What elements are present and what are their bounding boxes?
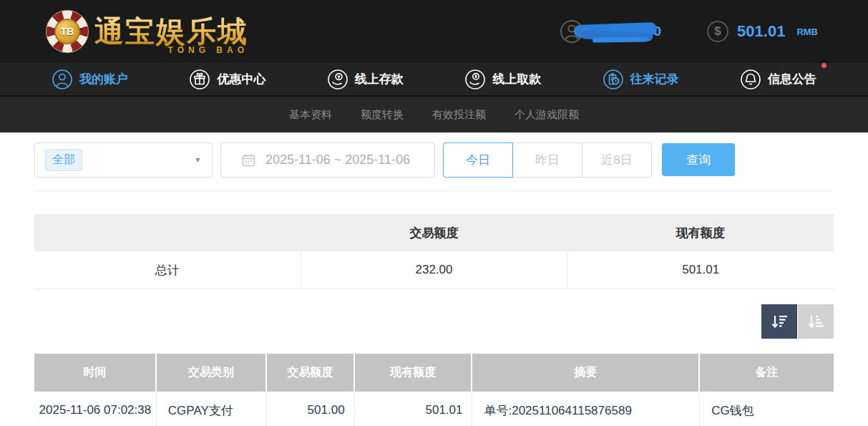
withdraw-icon [464,69,486,90]
section-divider [34,190,834,191]
nav-item-records[interactable]: 往来记录 [603,69,679,90]
nav-item-promotions[interactable]: 优惠中心 [189,69,265,90]
subnav-item-basic-info[interactable]: 基本资料 [289,108,332,122]
deposit-icon [327,69,348,90]
nav-label: 优惠中心 [217,71,265,87]
nav-item-my-account[interactable]: 我的账户 [52,69,128,90]
table-row: 2025-11-06 07:02:38 CGPAY支付 501.00 501.0… [34,392,834,426]
notification-dot [821,63,826,68]
sort-descending-icon [770,312,789,331]
calendar-icon [241,153,256,168]
record-type: CGPAY支付 [157,392,267,426]
col-header-current-amount: 现有额度 [355,354,473,392]
record-current-amount: 501.01 [355,392,473,426]
balance-amount: 501.01 [737,22,785,41]
nav-item-announcements[interactable]: 信息公告 [740,69,816,90]
type-selected-value: 全部 [45,149,82,171]
summary-header-transaction-amount: 交易额度 [301,214,567,251]
sort-descending-button[interactable] [761,304,797,339]
record-time: 2025-11-06 07:02:38 [34,392,157,426]
gift-icon [189,69,210,90]
casino-chip-icon: TB [46,10,89,53]
records-table-header: 时间 交易类别 交易额度 现有额度 摘要 备注 [34,354,834,392]
record-note: CG钱包 [700,392,834,426]
brand-wordmark: 通宝娱乐城 TONG BAO [94,10,253,53]
summary-transaction-amount: 232.00 [301,251,567,289]
summary-header-empty [34,214,301,251]
quick-range-today[interactable]: 今日 [443,142,513,178]
date-range-value: 2025-11-06 ~ 2025-11-06 [265,153,410,168]
subnav-item-quota-transfer[interactable]: 额度转换 [361,108,404,122]
user-icon [52,69,73,90]
subnav-item-valid-bets[interactable]: 有效投注额 [432,108,486,122]
records-icon [603,69,624,90]
dollar-icon: $ [707,21,728,42]
col-header-type: 交易类别 [157,354,267,392]
col-header-summary: 摘要 [472,354,700,392]
main-nav: 我的账户 优惠中心 线上存款 线上取款 [0,63,868,97]
sort-ascending-icon [806,312,825,331]
topbar-right: 0 $ 501.01 RMB [560,19,818,44]
col-header-note: 备注 [700,354,834,392]
bell-icon [740,69,761,90]
quick-range-last8days[interactable]: 近8日 [582,142,652,178]
main-content: 全部 ▼ 2025-11-06 ~ 2025-11-06 今日 昨日 近8日 查… [0,142,868,426]
topbar: TB 通宝娱乐城 TONG BAO 0 $ 501.01 RMB [0,0,868,63]
user-account[interactable]: 0 [560,19,662,44]
nav-item-deposit[interactable]: 线上存款 [327,69,404,90]
nav-label: 我的账户 [79,71,128,87]
date-range-input[interactable]: 2025-11-06 ~ 2025-11-06 [220,142,435,178]
balance-currency: RMB [796,26,818,37]
username-redaction-scribble [574,23,657,40]
sort-controls [34,304,834,339]
filter-row: 全部 ▼ 2025-11-06 ~ 2025-11-06 今日 昨日 近8日 查… [34,142,834,178]
subnav-item-game-limits[interactable]: 个人游戏限额 [515,108,579,122]
col-header-transaction-amount: 交易额度 [267,354,355,392]
summary-header-current-amount: 现有额度 [567,214,834,251]
type-select[interactable]: 全部 ▼ [34,142,213,178]
summary-total-row: 总计 232.00 501.01 [34,251,834,289]
sub-nav: 基本资料 额度转换 有效投注额 个人游戏限额 [0,97,868,132]
brand-name-en: TONG BAO [168,45,248,55]
nav-label: 往来记录 [630,71,679,87]
summary-current-amount: 501.01 [567,251,834,289]
nav-label: 信息公告 [768,71,816,87]
nav-item-withdraw[interactable]: 线上取款 [464,69,541,90]
col-header-time: 时间 [34,354,157,392]
quick-range-yesterday[interactable]: 昨日 [512,142,582,178]
records-table: 时间 交易类别 交易额度 现有额度 摘要 备注 2025-11-06 07:02… [34,354,834,426]
search-button[interactable]: 查询 [662,143,735,176]
sort-ascending-button[interactable] [798,304,834,339]
summary-total-label: 总计 [34,251,301,289]
chevron-down-icon: ▼ [194,155,202,164]
nav-label: 线上存款 [355,71,404,87]
record-transaction-amount: 501.00 [267,392,355,426]
chip-tb-monogram: TB [54,19,80,44]
balance[interactable]: $ 501.01 RMB [707,21,818,42]
quick-range-group: 今日 昨日 近8日 [443,142,652,178]
summary-table: 交易额度 现有额度 总计 232.00 501.01 [34,214,834,289]
record-summary: 单号:202511064115876589 [472,392,700,426]
summary-table-header: 交易额度 现有额度 [34,214,834,251]
nav-label: 线上取款 [492,71,541,87]
brand-logo[interactable]: TB 通宝娱乐城 TONG BAO [46,10,253,53]
